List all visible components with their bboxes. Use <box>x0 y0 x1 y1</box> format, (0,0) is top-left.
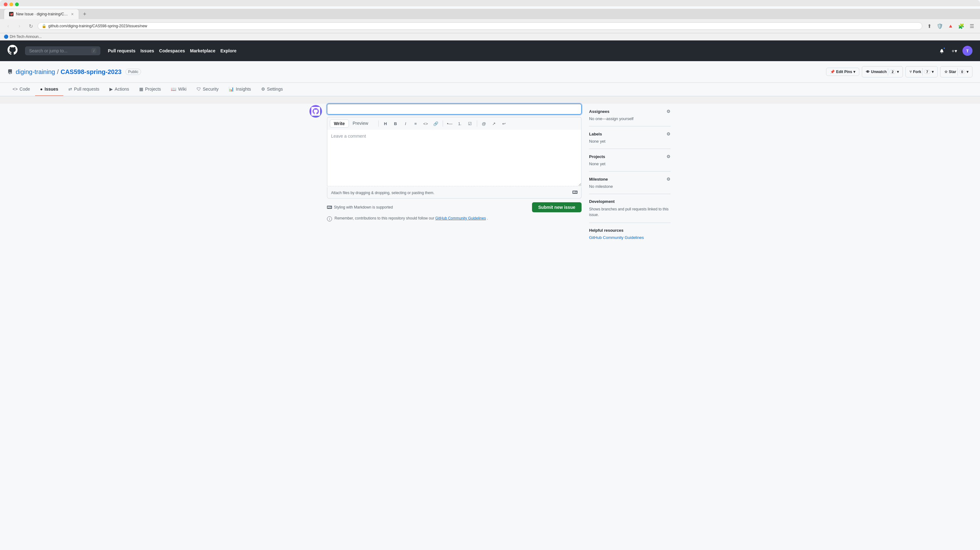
browser-toolbar-actions: ⬆ 🛡️ 🔺 🧩 ☰ <box>925 22 976 30</box>
nav-codespaces[interactable]: Codespaces <box>159 48 185 53</box>
tab-close-button[interactable]: × <box>71 11 74 17</box>
projects-title: Projects <box>589 154 605 159</box>
info-icon: i <box>327 216 332 222</box>
tab-insights[interactable]: 📊 Insights <box>224 83 256 96</box>
milestone-gear-button[interactable]: ⚙ <box>667 177 671 182</box>
submit-new-issue-button[interactable]: Submit new issue <box>532 202 582 212</box>
italic-button[interactable]: I <box>401 119 410 128</box>
mention-button[interactable]: @ <box>480 119 488 128</box>
assignees-gear-button[interactable]: ⚙ <box>667 109 671 114</box>
browser-tab-active[interactable]: 🐙 New Issue · diging-training/CA... × <box>4 9 79 19</box>
task-list-button[interactable]: ☑ <box>466 119 474 128</box>
user-avatar[interactable]: T <box>963 46 972 56</box>
tab-wiki[interactable]: 📖 Wiki <box>166 83 191 96</box>
labels-header: Labels ⚙ <box>589 131 671 136</box>
assign-yourself-link[interactable]: No one—assign yourself <box>589 116 633 121</box>
security-icon: 🛡 <box>197 86 201 92</box>
watch-separator <box>888 68 888 76</box>
pr-icon: ⇄ <box>68 86 72 92</box>
fork-icon: ⑂ <box>910 70 912 74</box>
community-guidelines-sidebar-link[interactable]: GitHub Community Guidelines <box>589 235 644 240</box>
tab-actions[interactable]: ▶ Actions <box>104 83 134 96</box>
forward-button[interactable]: › <box>15 22 24 30</box>
markdown-support-text: Styling with Markdown is supported <box>334 205 393 209</box>
milestone-header: Milestone ⚙ <box>589 177 671 182</box>
menu-button[interactable]: ☰ <box>967 22 976 30</box>
chevron-down-icon: ▾ <box>853 70 855 74</box>
link-button[interactable]: 🔗 <box>431 119 440 128</box>
repo-visibility-badge: Public <box>126 69 142 75</box>
attach-files-area[interactable]: Attach files by dragging & dropping, sel… <box>327 187 582 198</box>
tab-settings[interactable]: ⚙ Settings <box>256 83 288 96</box>
insights-icon: 📊 <box>229 86 234 92</box>
projects-gear-button[interactable]: ⚙ <box>667 154 671 159</box>
milestone-value: No milestone <box>589 184 671 189</box>
settings-icon: ⚙ <box>261 86 265 92</box>
fork-button[interactable]: ⑂ Fork 7 ▾ <box>905 66 937 77</box>
code-button[interactable]: <> <box>422 119 430 128</box>
user-avatar-sidebar <box>309 105 322 118</box>
nav-marketplace[interactable]: Marketplace <box>190 48 215 53</box>
toolbar-divider-3 <box>477 120 477 127</box>
tab-security[interactable]: 🛡 Security <box>191 83 224 96</box>
brave-vpn-button[interactable]: 🔺 <box>946 22 955 30</box>
github-logo[interactable] <box>8 45 18 57</box>
github-header-right: +▾ T <box>937 46 972 56</box>
tab-title: New Issue · diging-training/CA... <box>16 12 68 16</box>
back-button[interactable]: ‹ <box>4 22 13 30</box>
markdown-file-icon <box>573 190 578 196</box>
star-button[interactable]: ☆ Star 0 ▾ <box>940 66 972 77</box>
search-input[interactable]: Search or jump to... / <box>25 46 100 55</box>
notifications-button[interactable] <box>937 46 946 55</box>
issue-title-input[interactable] <box>327 104 582 115</box>
edit-pins-button[interactable]: 📌 Edit Pins ▾ <box>826 68 859 76</box>
unordered-list-button[interactable]: •— <box>445 119 454 128</box>
tab-code[interactable]: <> Code <box>8 83 35 96</box>
projects-value: None yet <box>589 161 671 166</box>
tab-issues[interactable]: ● Issues <box>35 83 63 96</box>
minimize-dot[interactable] <box>10 3 13 6</box>
tab-pull-requests[interactable]: ⇄ Pull requests <box>63 83 104 96</box>
new-tab-button[interactable]: + <box>80 10 89 19</box>
markdown-editor: Write Preview H B <box>327 117 582 198</box>
nav-issues[interactable]: Issues <box>140 48 154 53</box>
star-chevron: ▾ <box>967 70 969 74</box>
undo-button[interactable]: ↩ <box>500 119 509 128</box>
extensions-button[interactable]: 🧩 <box>957 22 966 30</box>
write-tab[interactable]: Write <box>330 120 349 128</box>
watch-button[interactable]: 👁 Unwatch 2 ▾ <box>862 66 903 77</box>
browser-tabs-bar: 🐙 New Issue · diging-training/CA... × + <box>0 9 980 19</box>
development-section: Development Shows branches and pull requ… <box>589 194 671 223</box>
labels-section: Labels ⚙ None yet <box>589 126 671 149</box>
address-bar[interactable]: 🔒 github.com/diging-training/CAS598-spri… <box>38 22 922 30</box>
comment-textarea[interactable] <box>327 130 582 186</box>
browser-window: 🐙 New Issue · diging-training/CA... × + … <box>0 9 980 265</box>
repo-owner-link[interactable]: diging-training <box>16 69 55 76</box>
development-text: Shows branches and pull requests linked … <box>589 206 671 218</box>
share-button[interactable]: ⬆ <box>925 22 934 30</box>
os-traffic-lights <box>4 3 976 6</box>
helpful-resources-section: Helpful resources GitHub Community Guide… <box>589 223 671 245</box>
reference-button[interactable]: ↗ <box>490 119 498 128</box>
bold-button[interactable]: B <box>391 119 400 128</box>
refresh-button[interactable]: ↻ <box>26 22 35 30</box>
close-dot[interactable] <box>4 3 8 6</box>
bookmark-label[interactable]: DH-Tech-Announ... <box>10 35 42 39</box>
maximize-dot[interactable] <box>15 3 19 6</box>
labels-gear-button[interactable]: ⚙ <box>667 131 671 136</box>
create-menu-button[interactable]: +▾ <box>950 46 959 55</box>
projects-section: Projects ⚙ None yet <box>589 149 671 172</box>
form-area: Write Preview H B <box>327 104 582 245</box>
assignees-value: No one—assign yourself <box>589 116 671 121</box>
brave-shield-button[interactable]: 🛡️ <box>935 22 944 30</box>
nav-explore[interactable]: Explore <box>220 48 236 53</box>
nav-pull-requests[interactable]: Pull requests <box>108 48 135 53</box>
ordered-list-button[interactable]: 1. <box>455 119 464 128</box>
preview-tab[interactable]: Preview <box>349 120 372 128</box>
quote-button[interactable]: ≡ <box>411 119 420 128</box>
community-guidelines-link[interactable]: GitHub Community Guidelines <box>436 216 486 220</box>
write-preview-tabs: Write Preview <box>330 120 372 128</box>
repo-name-link[interactable]: CAS598-spring-2023 <box>60 69 122 76</box>
tab-projects[interactable]: ▦ Projects <box>134 83 166 96</box>
heading-button[interactable]: H <box>381 119 390 128</box>
